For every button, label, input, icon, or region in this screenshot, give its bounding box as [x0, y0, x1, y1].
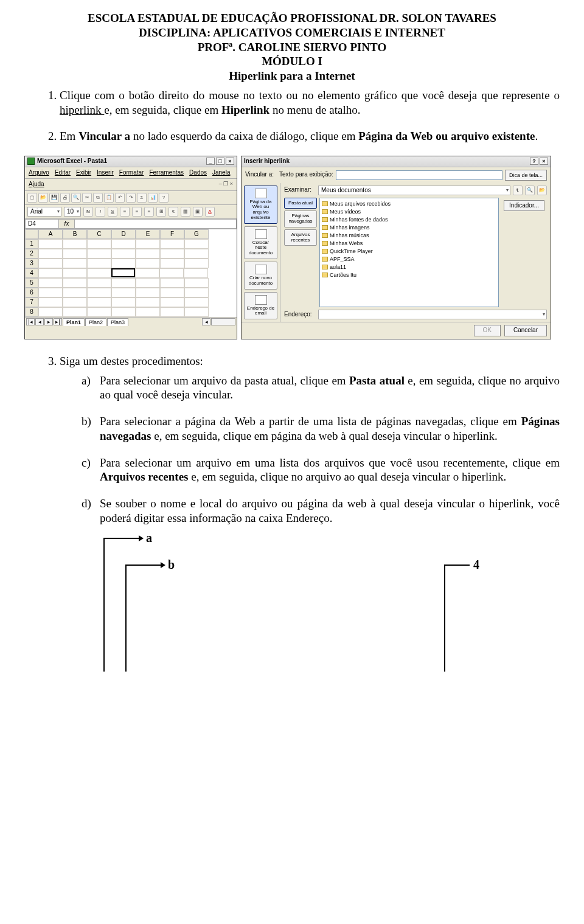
undo-icon[interactable]: ↶: [115, 193, 125, 203]
tab-nav-first-icon[interactable]: |◂: [26, 318, 35, 325]
col-C[interactable]: C: [87, 229, 111, 239]
fillcolor-icon[interactable]: ▣: [193, 207, 203, 217]
linkto-webfile[interactable]: Página da Web ou arquivo existente: [244, 186, 277, 224]
row-8[interactable]: 8: [25, 307, 38, 317]
align-left-icon[interactable]: ≡: [120, 207, 130, 217]
col-G[interactable]: G: [184, 229, 209, 239]
sheet-tab-plan3[interactable]: Plan3: [107, 318, 128, 326]
menu-janela[interactable]: Janela: [212, 169, 230, 177]
indicador-button[interactable]: Indicador...: [504, 200, 544, 212]
list-item[interactable]: APF_SSA: [322, 255, 496, 263]
preview-icon[interactable]: 🔍: [71, 193, 81, 203]
list-item[interactable]: Minhas imagens: [322, 224, 496, 232]
sheet-tab-plan2[interactable]: Plan2: [85, 318, 106, 326]
tab-nav-last-icon[interactable]: ▸|: [54, 318, 62, 325]
lookin-combo[interactable]: Meus documentos: [318, 186, 510, 195]
tab-nav-next-icon[interactable]: ▸: [44, 318, 53, 325]
help-icon[interactable]: ?: [159, 193, 169, 203]
list-item[interactable]: Minhas fontes de dados: [322, 216, 496, 224]
paste-icon[interactable]: 📋: [104, 193, 114, 203]
col-B[interactable]: B: [63, 229, 87, 239]
spreadsheet-grid[interactable]: A B C D E F G 1 2 3 4 5 6 7 8: [25, 229, 237, 317]
close-icon[interactable]: ×: [226, 158, 234, 165]
fontcolor-icon[interactable]: A: [205, 207, 215, 217]
row-5[interactable]: 5: [25, 278, 38, 288]
linkto-email[interactable]: Endereço de email: [244, 292, 277, 320]
merge-icon[interactable]: ⊞: [156, 207, 166, 217]
bold-icon[interactable]: N: [83, 207, 93, 217]
formula-input[interactable]: [75, 219, 237, 229]
hscroll-left-icon[interactable]: ◂: [202, 318, 210, 325]
list-item[interactable]: Meus arquivos recebidos: [322, 200, 496, 208]
list-item[interactable]: Minhas músicas: [322, 232, 496, 240]
align-center-icon[interactable]: ≡: [132, 207, 142, 217]
paginas-navegadas-button[interactable]: Páginas navegadas: [284, 210, 317, 228]
row-3[interactable]: 3: [25, 259, 38, 268]
file-list[interactable]: Meus arquivos recebidos Meus vídeos Minh…: [319, 198, 499, 308]
copy-icon[interactable]: ⧉: [93, 193, 103, 203]
menu-editar[interactable]: Editar: [55, 169, 71, 177]
ok-button[interactable]: OK: [474, 325, 501, 336]
dialog-help-icon[interactable]: ?: [530, 158, 538, 165]
display-text-input[interactable]: [336, 170, 502, 180]
folder-icon: [322, 217, 328, 222]
cut-icon[interactable]: ✂: [82, 193, 92, 203]
name-box[interactable]: D4: [25, 219, 59, 229]
maximize-icon[interactable]: □: [216, 158, 224, 165]
fontsize-combo[interactable]: 10: [64, 207, 81, 217]
new-icon[interactable]: ▢: [27, 193, 37, 203]
align-right-icon[interactable]: ≡: [144, 207, 154, 217]
border-icon[interactable]: ▦: [181, 207, 190, 217]
cancel-button[interactable]: Cancelar: [504, 325, 547, 336]
menu-inserir[interactable]: Inserir: [97, 169, 114, 177]
row-2[interactable]: 2: [25, 249, 38, 259]
col-D[interactable]: D: [111, 229, 136, 239]
sheet-tab-plan1[interactable]: Plan1: [63, 318, 85, 326]
col-A[interactable]: A: [38, 229, 63, 239]
col-E[interactable]: E: [136, 229, 160, 239]
italic-icon[interactable]: I: [96, 207, 105, 217]
menu-dados[interactable]: Dados: [189, 169, 207, 177]
col-F[interactable]: F: [160, 229, 184, 239]
linkto-newdoc[interactable]: Criar novo documento: [244, 262, 277, 290]
list-item[interactable]: aula11: [322, 263, 496, 271]
sum-icon[interactable]: Σ: [137, 193, 147, 203]
folder-icon: [322, 265, 328, 269]
list-item[interactable]: QuickTime Player: [322, 248, 496, 255]
list-item[interactable]: Cartões Itu: [322, 271, 496, 279]
browse-web-icon[interactable]: 🔍: [525, 186, 535, 195]
dialog-close-icon[interactable]: ×: [540, 158, 548, 165]
menu-ajuda[interactable]: Ajuda: [29, 181, 44, 189]
menu-ferramentas[interactable]: Ferramentas: [149, 169, 184, 177]
font-combo[interactable]: Arial: [27, 207, 61, 217]
print-icon[interactable]: 🖨: [60, 193, 70, 203]
address-combo[interactable]: [318, 310, 547, 319]
save-icon[interactable]: 💾: [49, 193, 59, 203]
row-6[interactable]: 6: [25, 288, 38, 297]
browse-file-icon[interactable]: 📂: [537, 186, 547, 195]
open-icon[interactable]: 📂: [38, 193, 48, 203]
tab-nav-prev-icon[interactable]: ◂: [35, 318, 44, 325]
selectall-corner[interactable]: [25, 229, 38, 239]
underline-icon[interactable]: S: [108, 207, 117, 217]
menu-arquivo[interactable]: Arquivo: [29, 169, 49, 177]
list-item[interactable]: Minhas Webs: [322, 240, 496, 248]
screentip-button[interactable]: Dica de tela...: [505, 170, 547, 181]
arquivos-recentes-button[interactable]: Arquivos recentes: [284, 229, 317, 246]
menu-formatar[interactable]: Formatar: [119, 169, 144, 177]
redo-icon[interactable]: ↷: [126, 193, 136, 203]
currency-icon[interactable]: €: [169, 207, 178, 217]
up-folder-icon[interactable]: ⮬: [513, 186, 523, 195]
row-7[interactable]: 7: [25, 297, 38, 307]
active-cell-D4[interactable]: [111, 268, 135, 277]
row-4[interactable]: 4: [25, 268, 38, 278]
hscroll-track[interactable]: [211, 318, 235, 325]
list-item[interactable]: Meus vídeos: [322, 208, 496, 216]
minimize-icon[interactable]: _: [206, 158, 215, 165]
pasta-atual-button[interactable]: Pasta atual: [284, 198, 317, 209]
linkto-thisdoc[interactable]: Colocar neste documento: [244, 226, 277, 259]
fx-icon[interactable]: fx: [59, 219, 75, 229]
row-1[interactable]: 1: [25, 239, 38, 249]
chart-icon[interactable]: 📊: [148, 193, 158, 203]
menu-exibir[interactable]: Exibir: [76, 169, 91, 177]
